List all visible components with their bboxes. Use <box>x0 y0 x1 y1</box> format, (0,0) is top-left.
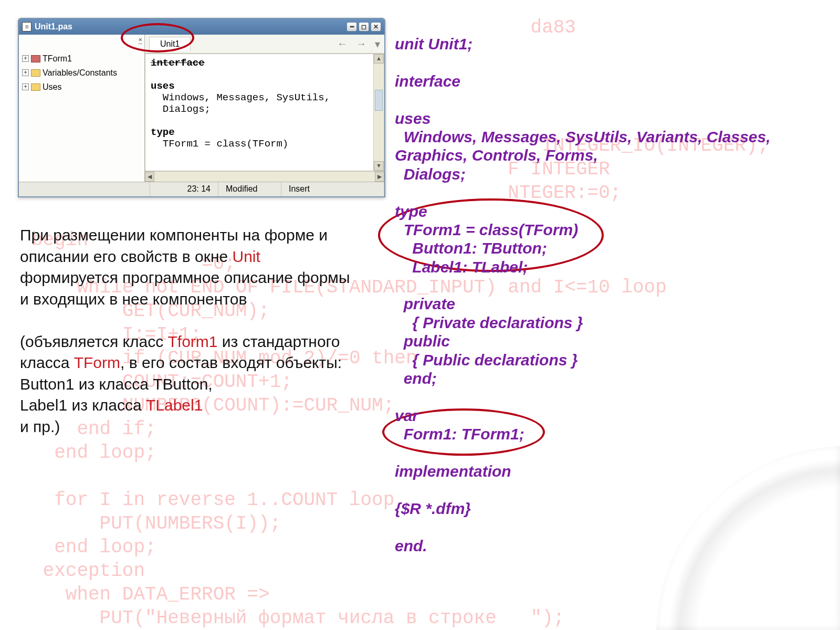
tree-label: TForm1 <box>43 51 72 66</box>
maximize-button[interactable]: ◻ <box>359 22 369 32</box>
tree-label: Uses <box>43 80 61 94</box>
src-line: Label1: TLabel; <box>395 258 528 276</box>
desc-text: и пр.) <box>20 416 351 438</box>
ide-window: ≡ Unit1.pas ━ ◻ ✕ × + TForm1 + Variables… <box>18 18 385 197</box>
nav-back-icon[interactable]: ← <box>337 38 348 50</box>
src-line: Windows, Messages, SysUtils, Variants, C… <box>395 128 775 164</box>
folder-icon <box>31 83 40 91</box>
expand-icon[interactable]: + <box>22 83 29 90</box>
code-line: Windows, Messages, SysUtils, <box>151 92 330 103</box>
code-kw-uses: uses <box>151 80 175 92</box>
horizontal-scrollbar[interactable]: ◀ ▶ <box>145 171 384 182</box>
code-line: Dialogs; <box>151 103 211 115</box>
tab-unit1[interactable]: Unit1 <box>149 37 191 51</box>
expand-icon[interactable]: + <box>22 69 29 76</box>
src-line: end. <box>395 537 427 554</box>
src-line: { Private declarations } <box>395 314 583 331</box>
src-line: var <box>395 407 418 424</box>
vertical-scrollbar[interactable]: ▲▼ <box>373 54 384 171</box>
tree-item[interactable]: + TForm1 <box>22 51 141 66</box>
src-line: type <box>395 203 427 220</box>
desc-text: (объявляется класс <box>20 333 168 350</box>
scroll-down-icon[interactable]: ▼ <box>374 161 384 171</box>
statusbar: 23: 14 Modified Insert <box>19 182 384 197</box>
nav-fwd-icon[interactable]: → <box>356 38 366 50</box>
scroll-left-icon[interactable]: ◀ <box>145 172 154 182</box>
desc-text: формируется программное описание формы и… <box>20 269 350 308</box>
code-editor[interactable]: interface uses Windows, Messages, SysUti… <box>145 54 384 171</box>
src-line: {$R *.dfm} <box>395 500 471 517</box>
source-listing: unit Unit1; interface uses Windows, Mess… <box>395 35 794 555</box>
src-line: Form1: TForm1; <box>395 425 524 443</box>
scroll-up-icon[interactable]: ▲ <box>374 54 384 64</box>
editor-pane: Unit1 ← → ▾ interface uses Windows, Mess… <box>145 35 384 182</box>
desc-highlight: TForm <box>74 354 120 371</box>
src-line: public <box>395 332 450 350</box>
src-line: Dialogs; <box>395 165 466 183</box>
status-pos: 23: 14 <box>150 182 218 197</box>
desc-text: , в его состав входят объекты: <box>120 354 342 371</box>
desc-text: При размещении компоненты на форме и опи… <box>20 226 328 265</box>
description-text: При размещении компоненты на форме и опи… <box>20 225 351 437</box>
minimize-button[interactable]: ━ <box>346 22 357 32</box>
nav-dropdown-icon[interactable]: ▾ <box>375 38 380 50</box>
src-line: private <box>395 295 455 312</box>
scroll-thumb[interactable] <box>375 90 383 111</box>
status-modified: Modified <box>218 182 281 197</box>
src-line: Button1: TButton; <box>395 239 547 257</box>
tree-pane: × + TForm1 + Variables/Constants + Uses <box>19 35 145 182</box>
titlebar: ≡ Unit1.pas ━ ◻ ✕ <box>19 19 384 35</box>
document-icon: ≡ <box>22 22 32 32</box>
expand-icon[interactable]: + <box>22 55 29 62</box>
window-title: Unit1.pas <box>35 22 72 32</box>
code-kw-interface: interface <box>151 57 205 69</box>
tree-label: Variables/Constants <box>43 66 117 80</box>
tree-item[interactable]: + Uses <box>22 80 141 94</box>
src-line: TForm1 = class(TForm) <box>395 221 578 238</box>
code-kw-type: type <box>151 127 175 138</box>
code-line: TForm1 = class(TForm) <box>151 138 288 150</box>
src-line: end; <box>395 370 437 387</box>
form-icon <box>31 55 40 62</box>
desc-highlight: Unit <box>233 248 260 265</box>
src-line: uses <box>395 110 430 127</box>
status-mode: Insert <box>281 182 384 197</box>
tree-item[interactable]: + Variables/Constants <box>22 66 141 80</box>
folder-icon <box>31 69 40 77</box>
desc-highlight: TLabel1 <box>146 396 203 414</box>
src-line: interface <box>395 72 460 90</box>
scroll-right-icon[interactable]: ▶ <box>375 172 384 182</box>
desc-highlight: Tform1 <box>168 333 218 350</box>
pane-close-icon[interactable]: × <box>138 36 142 44</box>
desc-text: Label1 из класса <box>20 396 146 414</box>
src-line: implementation <box>395 463 511 480</box>
src-line: { Public declarations } <box>395 351 578 369</box>
src-line: unit Unit1; <box>395 35 472 52</box>
close-button[interactable]: ✕ <box>371 22 381 32</box>
tab-row: Unit1 ← → ▾ <box>145 35 384 54</box>
desc-text: Button1 из класса TButton, <box>20 374 351 395</box>
